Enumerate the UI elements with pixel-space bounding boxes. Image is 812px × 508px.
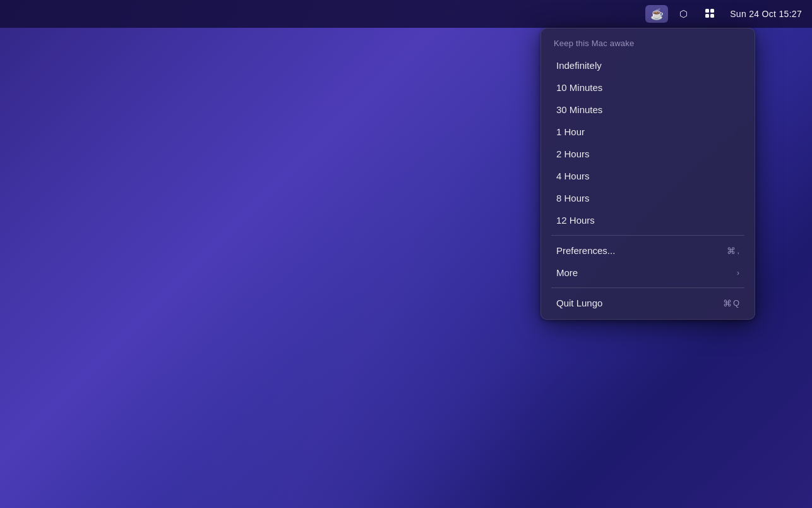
menubar-datetime: Sun 24 Oct 15:27 <box>730 9 802 19</box>
svg-rect-3 <box>710 14 714 18</box>
menu-item-preferences-label: Preferences... <box>556 245 727 256</box>
menu-item-8-hours[interactable]: 8 Hours <box>544 187 752 209</box>
svg-rect-2 <box>705 14 709 18</box>
svg-rect-0 <box>705 9 709 13</box>
lungo-dropdown-menu: Keep this Mac awake Indefinitely 10 Minu… <box>540 28 755 320</box>
menu-item-preferences[interactable]: Preferences... ⌘ , <box>544 239 752 262</box>
menu-item-indefinitely[interactable]: Indefinitely <box>544 54 752 76</box>
quit-key: Q <box>733 298 739 308</box>
layers-icon: ⬡ <box>679 8 688 20</box>
cmd-symbol: ⌘ <box>727 246 736 256</box>
menu-item-quit-label: Quit Lungo <box>556 298 723 308</box>
menubar-right-icons: ☕ ⬡ Sun 24 Oct 15:27 <box>645 5 802 23</box>
preferences-shortcut: ⌘ , <box>727 246 739 256</box>
control-center-symbol <box>705 8 715 20</box>
divider-1 <box>551 235 744 236</box>
menu-item-more[interactable]: More › <box>544 262 752 284</box>
menubar: ☕ ⬡ Sun 24 Oct 15:27 <box>0 0 812 28</box>
chevron-right-icon: › <box>737 269 739 277</box>
quit-cmd-symbol: ⌘ <box>723 298 732 308</box>
menu-item-more-label: More <box>556 267 737 278</box>
menu-item-2-hours-label: 2 Hours <box>556 148 739 159</box>
menu-item-1-hour-label: 1 Hour <box>556 126 739 137</box>
menu-item-4-hours-label: 4 Hours <box>556 171 739 181</box>
menu-item-30-minutes-label: 30 Minutes <box>556 104 739 115</box>
menu-item-10-minutes-label: 10 Minutes <box>556 82 739 93</box>
menu-item-1-hour[interactable]: 1 Hour <box>544 121 752 143</box>
dropdown-header: Keep this Mac awake <box>541 33 755 54</box>
menu-item-quit[interactable]: Quit Lungo ⌘ Q <box>544 292 752 314</box>
menu-item-4-hours[interactable]: 4 Hours <box>544 165 752 187</box>
menu-item-30-minutes[interactable]: 30 Minutes <box>544 99 752 121</box>
stack-menubar-icon[interactable]: ⬡ <box>672 5 695 23</box>
menu-item-12-hours-label: 12 Hours <box>556 215 739 226</box>
preferences-key: , <box>737 246 739 255</box>
control-center-icon[interactable] <box>698 5 721 23</box>
lungo-menubar-icon[interactable]: ☕ <box>645 5 668 23</box>
divider-2 <box>551 287 744 288</box>
menu-item-8-hours-label: 8 Hours <box>556 193 739 203</box>
menu-item-10-minutes[interactable]: 10 Minutes <box>544 76 752 99</box>
menu-item-12-hours[interactable]: 12 Hours <box>544 209 752 231</box>
menu-item-2-hours[interactable]: 2 Hours <box>544 143 752 165</box>
menu-item-indefinitely-label: Indefinitely <box>556 60 739 71</box>
quit-shortcut: ⌘ Q <box>723 298 739 308</box>
svg-rect-1 <box>710 9 714 13</box>
coffee-icon: ☕ <box>650 8 664 21</box>
